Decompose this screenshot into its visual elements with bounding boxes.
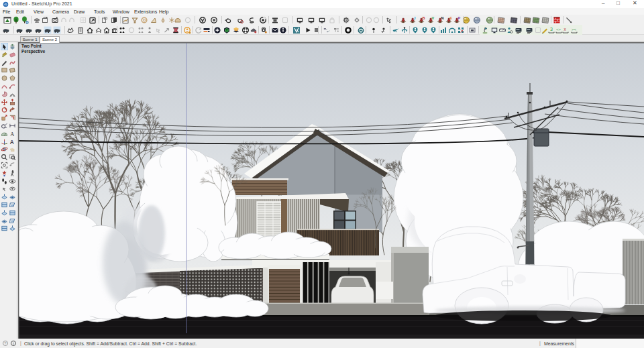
svg-text:x: x	[564, 27, 567, 32]
svg-text:><: ><	[572, 27, 577, 32]
svg-text:V: V	[432, 16, 435, 20]
svg-text:N: N	[441, 16, 444, 20]
svg-text:Perspective: Perspective	[21, 49, 46, 54]
svg-text:E: E	[450, 16, 453, 20]
svg-text:Two Point: Two Point	[21, 44, 42, 48]
svg-text:<>: <>	[556, 27, 561, 32]
svg-text:J: J	[414, 16, 416, 20]
svg-text:P: P	[458, 16, 461, 20]
svg-text:A: A	[10, 131, 14, 137]
svg-text:3: 3	[550, 27, 553, 32]
svg-text:A: A	[10, 139, 14, 145]
svg-text:B: B	[423, 16, 425, 20]
